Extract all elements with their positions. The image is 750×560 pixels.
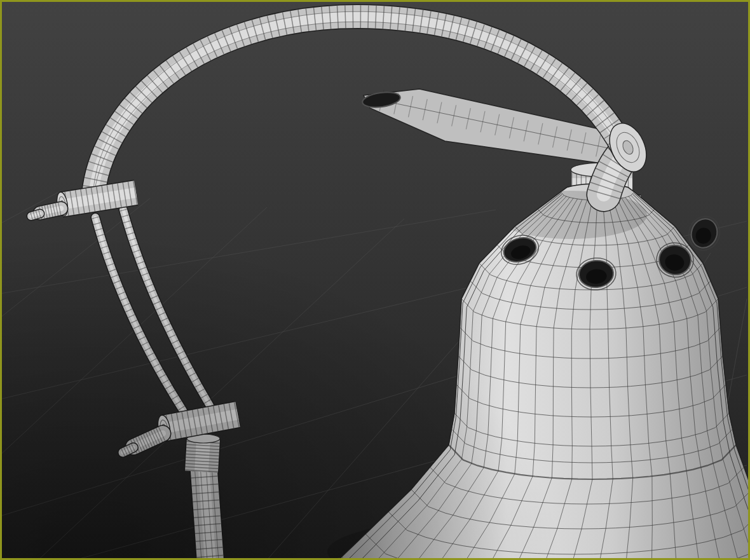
viewport-canvas[interactable] (0, 0, 750, 560)
viewport[interactable] (0, 0, 750, 560)
